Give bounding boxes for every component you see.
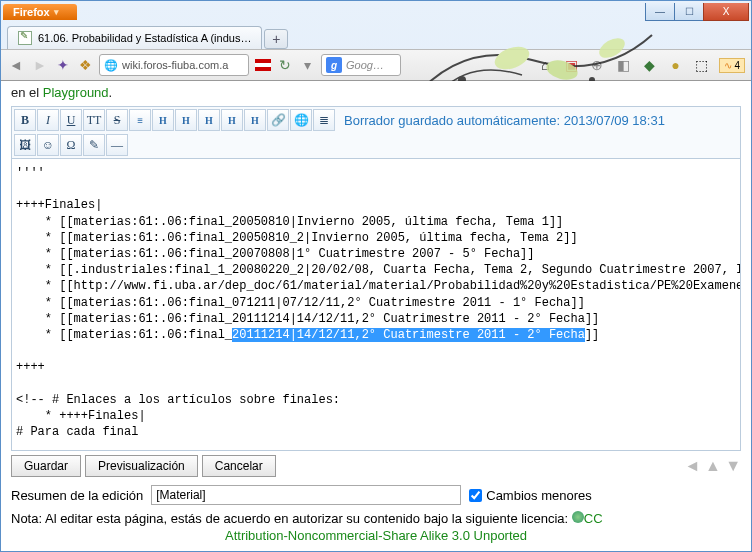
pocket-icon[interactable]: ▾ [299,57,315,73]
extension-icon-2[interactable]: ⊕ [589,57,605,73]
feed-button[interactable]: ∿4 [719,58,745,73]
internal-link-button[interactable]: 🔗 [267,109,289,131]
extension-icon-4[interactable]: ◆ [641,57,657,73]
url-bar[interactable]: 🌐 wiki.foros-fiuba.com.a [99,54,249,76]
new-tab-button[interactable]: + [264,29,288,49]
ordered-list-button[interactable]: ≣ [313,109,335,131]
flag-icon[interactable] [255,59,271,71]
addon-icon[interactable]: ✦ [55,57,71,73]
tab-title: 61.06. Probabilidad y Estadística A (ind… [38,32,251,44]
h2-button[interactable]: H [175,109,197,131]
signature-button[interactable]: ✎ [83,134,105,156]
intro-text: en el Playground. [11,85,741,100]
chars-button[interactable]: Ω [60,134,82,156]
extension-icon-1[interactable]: ▣ [563,57,579,73]
extension-icon-6[interactable]: ⬚ [693,57,709,73]
italic-button[interactable]: I [37,109,59,131]
search-placeholder: Goog… [346,59,384,71]
window-minimize-button[interactable]: — [645,3,675,21]
underline-button[interactable]: U [60,109,82,131]
mono-button[interactable]: TT [83,109,105,131]
h5-button[interactable]: H [244,109,266,131]
home-button[interactable]: ⌂ [537,57,553,73]
extension-icon-5[interactable]: ● [667,57,683,73]
google-icon: g [326,57,342,73]
license-link-2[interactable]: Attribution-Noncommercial-Share Alike 3.… [11,528,741,543]
h4-button[interactable]: H [221,109,243,131]
text-selection: 20111214|14/12/11,2° Cuatrimestre 2011 -… [232,328,585,342]
summary-label: Resumen de la edición [11,488,143,503]
scroll-arrows[interactable]: ◄ ▲ ▼ [685,457,741,475]
addon-icon-2[interactable]: ❖ [77,57,93,73]
window-close-button[interactable]: X [703,3,749,21]
strike-button[interactable]: S [106,109,128,131]
smiley-button[interactable]: ☺ [37,134,59,156]
bold-button[interactable]: B [14,109,36,131]
url-text: wiki.foros-fiuba.com.a [122,59,228,71]
heading-same-button[interactable]: ≡ [129,109,151,131]
summary-input[interactable] [151,485,461,505]
cancel-button[interactable]: Cancelar [202,455,276,477]
window-maximize-button[interactable]: ☐ [674,3,704,21]
h1-button[interactable]: H [152,109,174,131]
wiki-edit-toolbar: B I U TT S ≡ H H H H H 🔗 🌐 ≣ Borrador gu… [11,106,741,159]
tab-favicon [18,31,32,45]
autosave-status: Borrador guardado automáticamente: 2013/… [344,113,665,128]
search-bar[interactable]: g Goog… [321,54,401,76]
license-link[interactable]: CC [584,511,603,526]
minor-edit-checkbox[interactable]: Cambios menores [469,488,592,503]
preview-button[interactable]: Previsualización [85,455,198,477]
hr-button[interactable]: ― [106,134,128,156]
globe-icon: 🌐 [104,59,118,72]
wiki-textarea[interactable]: '''' ++++Finales| * [[materias:61:.06:fi… [11,159,741,451]
firefox-menu-button[interactable]: Firefox [3,4,77,20]
minor-edit-input[interactable] [469,489,482,502]
extension-icon-3[interactable]: ◧ [615,57,631,73]
nav-forward-button[interactable]: ► [31,56,49,74]
save-button[interactable]: Guardar [11,455,81,477]
reload-button[interactable]: ↻ [277,57,293,73]
h3-button[interactable]: H [198,109,220,131]
globe-icon [572,511,584,523]
image-button[interactable]: 🖼 [14,134,36,156]
nav-back-button[interactable]: ◄ [7,56,25,74]
license-notice: Nota: Al editar esta página, estás de ac… [11,511,741,543]
playground-link[interactable]: Playground [43,85,109,100]
external-link-button[interactable]: 🌐 [290,109,312,131]
browser-tab[interactable]: 61.06. Probabilidad y Estadística A (ind… [7,26,262,49]
